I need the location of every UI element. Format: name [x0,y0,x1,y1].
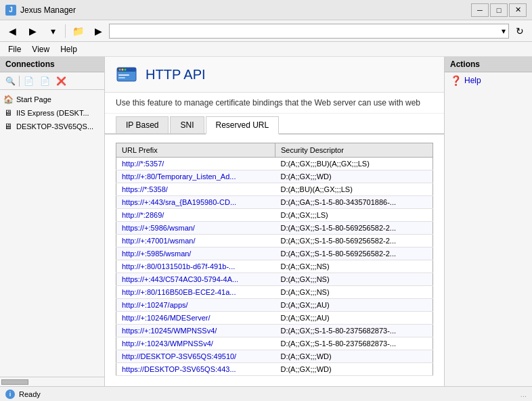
col-url-prefix: URL Prefix [116,143,275,158]
table-row[interactable]: http://*:5357/D:(A;;GX;;;BU)(A;;GX;;;LS) [116,158,433,170]
security-descriptor-cell: D:(A;;GX;;;WD) [275,363,433,376]
maximize-button[interactable]: □ [490,3,508,17]
table-row[interactable]: https://DESKTOP-3SV65QS:443...D:(A;;GX;;… [116,363,433,376]
url-prefix-cell: http://DESKTOP-3SV65QS:49510/ [116,350,275,363]
minimize-button[interactable]: ─ [471,3,489,17]
url-prefix-cell: http://+:10246/MDEServer/ [116,312,275,325]
page-description: Use this feature to manage certificate b… [105,93,444,114]
sidebar-scrollbar[interactable] [0,377,104,386]
sidebar-header: Connections [0,57,104,72]
tabs-bar: IP Based SNI Reserved URL [105,114,444,135]
page-header: HTTP API [105,57,444,93]
security-descriptor-cell: D:(A;;GX;;S-1-5-80-569256582-2... [275,222,433,235]
table-row[interactable]: http://DESKTOP-3SV65QS:49510/D:(A;;GX;;;… [116,350,433,363]
actions-header: Actions [445,57,532,72]
main-layout: Connections 🔍 📄 📄 ❌ 🏠 Start Page 🖥 IIS E… [0,57,532,386]
security-descriptor-cell: D:(A;;GX;;;NS) [275,273,433,286]
refresh-button[interactable]: ↻ [510,22,529,40]
title-bar-left: J Jexus Manager [5,5,76,16]
svg-point-2 [119,69,121,71]
svg-point-3 [122,69,124,71]
sidebar-item-start-page[interactable]: 🏠 Start Page [0,93,104,106]
table-row[interactable]: https://+:443/C574AC30-5794-4A...D:(A;;G… [116,273,433,286]
url-prefix-cell: http://+:10243/WMPNSSv4/ [116,337,275,350]
table-row[interactable]: http://+:80/0131501b-d67f-491b-...D:(A;;… [116,260,433,273]
action-help[interactable]: ❓ Help [445,72,532,89]
svg-point-4 [125,69,127,71]
security-descriptor-cell: D:(A;;GX;;;AU) [275,299,433,312]
status-text: Ready [19,390,41,398]
tab-reserved-url[interactable]: Reserved URL [206,116,280,135]
menu-help[interactable]: Help [55,43,83,55]
status-bar: i Ready ... [0,386,532,401]
menu-file[interactable]: File [3,43,26,55]
sidebar-item-desktop[interactable]: 🖥 DESKTOP-3SV65QS... [0,120,104,133]
svg-rect-5 [118,74,129,76]
status-left: i Ready [5,390,41,399]
svg-rect-6 [118,77,125,78]
url-table: URL Prefix Security Descriptor http://*:… [116,143,433,376]
table-row[interactable]: http://*:2869/D:(A;;GX;;;LS) [116,209,433,222]
table-row[interactable]: http://+:10246/MDEServer/D:(A;;GX;;;AU) [116,312,433,325]
menu-bar: File View Help [0,42,532,57]
table-row[interactable]: https://+:5986/wsman/D:(A;;GX;;S-1-5-80-… [116,222,433,235]
tab-ip-based[interactable]: IP Based [116,116,169,133]
app-icon: J [5,5,16,16]
menu-view[interactable]: View [26,43,55,55]
iis-label: IIS Express (DESKT... [16,109,89,117]
table-row[interactable]: http://+:5985/wsman/D:(A;;GX;;S-1-5-80-5… [116,247,433,260]
sidebar-toolbar: 🔍 📄 📄 ❌ [0,72,104,90]
url-prefix-cell: https://+:5986/wsman/ [116,222,275,235]
address-dropdown-icon[interactable]: ▾ [502,26,506,36]
table-row[interactable]: http://+:80/Temporary_Listen_Ad...D:(A;;… [116,170,433,183]
table-row[interactable]: http://+:10243/WMPNSSv4/D:(A;;GX;;S-1-5-… [116,337,433,350]
url-prefix-cell: http://*:5357/ [116,158,275,170]
toolbar: ◀ ▶ ▾ 📁 ▶ ▾ ↻ [0,20,532,42]
sidebar-tree: 🏠 Start Page 🖥 IIS Express (DESKT... 🖥 D… [0,90,104,377]
table-row[interactable]: http://+:47001/wsman/D:(A;;GX;;S-1-5-80-… [116,235,433,247]
sidebar-sep-1 [19,76,20,87]
security-descriptor-cell: D:(A;;GA;;S-1-5-80-3435701886-... [275,196,433,209]
security-descriptor-cell: D:(A;;GX;;;NS) [275,260,433,273]
help-label: Help [464,76,481,85]
table-row[interactable]: http://+:80/116B50EB-ECE2-41a...D:(A;;GX… [116,286,433,299]
tab-sni[interactable]: SNI [170,116,204,133]
col-security-descriptor: Security Descriptor [275,143,433,158]
table-row[interactable]: http://+:10247/apps/D:(A;;GX;;;AU) [116,299,433,312]
forward-button[interactable]: ▶ [23,22,42,40]
table-row[interactable]: https://+:10245/WMPNSSv4/D:(A;;GX;;S-1-5… [116,325,433,337]
security-descriptor-cell: D:(A;;GX;;;LS) [275,209,433,222]
dropdown-button[interactable]: ▾ [43,22,62,40]
desktop-label: DESKTOP-3SV65QS... [16,122,93,131]
scroll-thumb[interactable] [1,379,28,385]
address-input[interactable] [112,27,499,35]
copy-icon[interactable]: 📄 [37,74,52,88]
folder-icon: 📁 [68,22,87,40]
table-row[interactable]: https://+:443/sra_{BA195980-CD...D:(A;;G… [116,196,433,209]
close-button[interactable]: ✕ [509,3,527,17]
security-descriptor-cell: D:(A;;GX;;;AU) [275,312,433,325]
toolbar-separator [65,24,66,38]
search-icon[interactable]: 🔍 [3,74,18,88]
table-row[interactable]: https://*:5358/D:(A;;BU)(A;;GX;;;LS) [116,183,433,196]
security-descriptor-cell: D:(A;;GX;;;NS) [275,286,433,299]
url-prefix-cell: https://+:443/sra_{BA195980-CD... [116,196,275,209]
desktop-icon: 🖥 [3,121,14,132]
back-button[interactable]: ◀ [3,22,22,40]
iis-icon: 🖥 [3,108,14,118]
sidebar-item-iis-express[interactable]: 🖥 IIS Express (DESKT... [0,106,104,120]
delete-icon[interactable]: ❌ [53,74,68,88]
title-bar: J Jexus Manager ─ □ ✕ [0,0,532,20]
url-prefix-cell: http://*:2869/ [116,209,275,222]
security-descriptor-cell: D:(A;;GX;;;WD) [275,170,433,183]
url-prefix-cell: http://+:80/0131501b-d67f-491b-... [116,260,275,273]
content-area: HTTP API Use this feature to manage cert… [105,57,444,386]
security-descriptor-cell: D:(A;;GX;;S-1-5-80-2375682873-... [275,325,433,337]
new-page-icon[interactable]: 📄 [21,74,36,88]
page-title: HTTP API [146,67,206,82]
url-prefix-cell: https://+:10245/WMPNSSv4/ [116,325,275,337]
start-page-label: Start Page [16,95,51,103]
status-icon: i [5,390,15,399]
navigate-button[interactable]: ▶ [89,22,108,40]
status-right: ... [520,390,527,398]
